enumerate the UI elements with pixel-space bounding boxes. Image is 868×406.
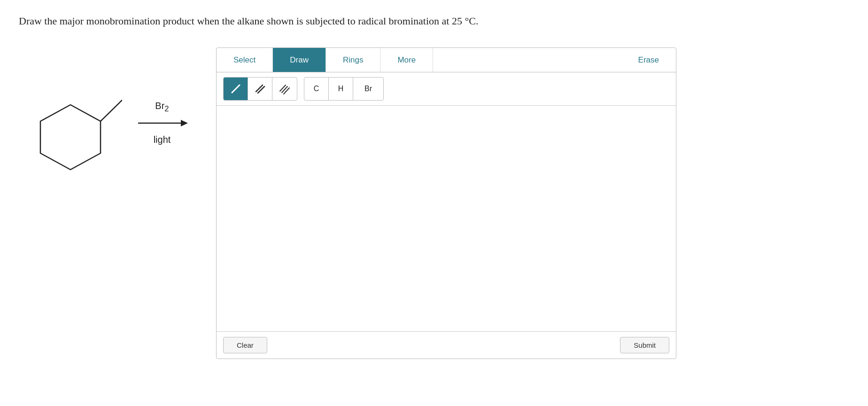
bromine-atom-button[interactable]: Br — [353, 78, 383, 100]
bottom-bar: Clear Submit — [217, 331, 676, 359]
toolbar: Select Draw Rings More Erase — [217, 48, 676, 72]
molecule-structure — [19, 66, 122, 179]
svg-line-7 — [280, 85, 286, 91]
rings-button[interactable]: Rings — [326, 48, 380, 72]
svg-line-1 — [101, 100, 122, 121]
reaction-arrow — [136, 117, 188, 130]
toolbar-spacer — [433, 48, 621, 72]
atom-group: C H Br — [304, 77, 384, 101]
single-bond-button[interactable] — [224, 78, 248, 100]
main-area: Br2 light Select Draw Rings More Erase — [0, 38, 868, 368]
reagent-arrow-group: Br2 light — [136, 101, 188, 145]
svg-line-8 — [282, 86, 287, 93]
svg-line-4 — [232, 85, 240, 93]
molecule-section: Br2 light — [19, 66, 188, 179]
svg-line-5 — [256, 85, 263, 92]
bond-group — [223, 77, 297, 101]
svg-line-6 — [258, 86, 264, 93]
subtoolbar: C H Br — [217, 72, 676, 106]
carbon-atom-button[interactable]: C — [304, 78, 329, 100]
triple-bond-button[interactable] — [272, 78, 297, 100]
drawing-canvas[interactable] — [217, 106, 676, 331]
svg-line-9 — [284, 88, 289, 94]
erase-button[interactable]: Erase — [621, 48, 676, 72]
draw-panel: Select Draw Rings More Erase — [216, 47, 676, 359]
reaction-condition: light — [154, 134, 171, 145]
select-button[interactable]: Select — [217, 48, 273, 72]
hydrogen-atom-button[interactable]: H — [329, 78, 353, 100]
more-button[interactable]: More — [380, 48, 433, 72]
draw-button[interactable]: Draw — [273, 48, 326, 72]
svg-marker-3 — [181, 120, 188, 126]
submit-button[interactable]: Submit — [620, 337, 669, 353]
clear-button[interactable]: Clear — [223, 337, 267, 353]
svg-marker-0 — [40, 105, 101, 170]
question-text: Draw the major monobromination product w… — [0, 0, 868, 38]
double-bond-button[interactable] — [248, 78, 272, 100]
reagent-formula: Br2 — [155, 101, 169, 114]
